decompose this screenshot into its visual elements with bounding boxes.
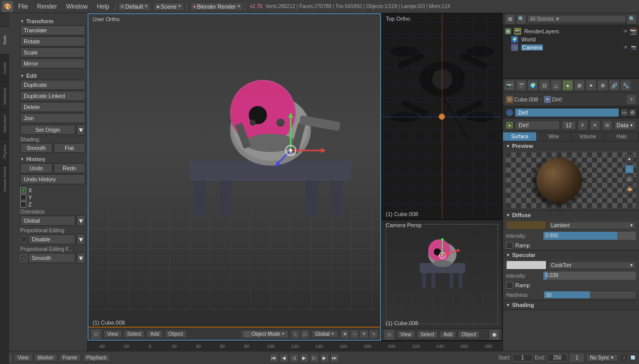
sidebar-tab-relations[interactable]: Relations [0, 82, 9, 110]
no-sync-select[interactable]: No Sync ▼ [586, 354, 618, 361]
prev-keyframe-btn[interactable]: ◁ [290, 353, 299, 362]
mat-data-select[interactable]: Data ▼ [614, 121, 636, 130]
join-button[interactable]: Join [20, 113, 85, 123]
prev-sphere-icon[interactable]: ● [625, 154, 634, 164]
mode-display[interactable]: Default [125, 4, 143, 10]
toolbar-object[interactable]: Object [165, 330, 187, 338]
edit-section-header[interactable]: ▼ Edit [20, 72, 85, 80]
spec-intensity-slider[interactable]: 0.039 [543, 272, 636, 280]
outliner-search[interactable]: 🔍 [627, 14, 637, 24]
timeline-playback[interactable]: Playback [83, 354, 111, 361]
set-origin-expand[interactable]: ▼ [76, 124, 85, 135]
duplicate-button[interactable]: Duplicate [20, 80, 85, 90]
delete-button[interactable]: Delete [20, 102, 85, 112]
object-mode-select[interactable]: Object Mode ▼ [241, 330, 289, 338]
prop-icon-particles[interactable]: ✦ [585, 80, 597, 91]
surface-tab-wire[interactable]: Wire [537, 132, 571, 141]
next-keyframe-btn[interactable]: ▷ [310, 353, 319, 362]
prop-icon-material[interactable]: ● [562, 80, 573, 91]
br-toolbar-object[interactable]: Object [458, 331, 480, 338]
history-section-header[interactable]: ▼ History [20, 155, 85, 163]
mirror-button[interactable]: Mirror [20, 59, 85, 69]
material-minus[interactable]: — [621, 109, 628, 116]
redo-button[interactable]: Redo [54, 163, 86, 173]
prop-editing-expand[interactable]: ▼ [76, 234, 85, 245]
prev-cube-icon[interactable]: ⊡ [625, 175, 634, 184]
prop-icon-scene[interactable]: 🎬 [516, 80, 527, 91]
mat-copy-btn[interactable]: ⧉ [602, 120, 612, 130]
shading-section-header[interactable]: ▼ Shading [503, 300, 639, 309]
flat-button[interactable]: Flat [54, 143, 86, 153]
prop-icon-modifiers[interactable]: 🔧 [620, 80, 631, 91]
prop-icon-constraints[interactable]: 🔗 [609, 80, 620, 91]
prop-editing-value[interactable]: Disable [28, 234, 75, 244]
renderlayers-vis[interactable]: 👁 [622, 28, 629, 35]
prop-falloff-value[interactable]: Smooth [28, 253, 75, 263]
toolbar-view[interactable]: View [104, 330, 122, 338]
vp-icon-2[interactable]: □ [300, 330, 309, 339]
outliner-icon-2[interactable]: 🔍 [516, 14, 526, 24]
surface-tab-volume[interactable]: Volume [571, 132, 605, 141]
engine-display[interactable]: Blender Render [197, 4, 236, 10]
viewport-mode-icon[interactable]: ⊡ [90, 329, 102, 340]
snap-icon[interactable]: ⊕ [340, 330, 349, 339]
transform-section-header[interactable]: ▼ Transform [20, 17, 85, 25]
orientation-expand[interactable]: ▼ [76, 215, 85, 226]
camera-render[interactable]: 📷 [630, 44, 637, 51]
menu-help[interactable]: Help [93, 2, 113, 11]
prop-icon-texture[interactable]: ⊞ [574, 80, 585, 91]
translate-button[interactable]: Translate [20, 25, 85, 35]
timeline-view[interactable]: View [14, 354, 32, 361]
bottomright-viewport[interactable]: Camera Persp (1) Cube.008 ⊡ View Select … [381, 220, 503, 341]
toolbar-select[interactable]: Select [124, 330, 145, 338]
prop-icon-physics[interactable]: ⚙ [597, 80, 608, 91]
surface-tab-surface[interactable]: Surface [503, 132, 537, 141]
main-viewport[interactable]: User Ortho (1) Cube.008 ⊡ View Select Ad… [87, 13, 381, 341]
orientation-value[interactable]: Global [20, 216, 75, 226]
prop-icon-render[interactable]: 📷 [504, 80, 515, 91]
bc-add-btn[interactable]: + [627, 95, 636, 104]
play-btn[interactable]: ▶ [300, 353, 309, 362]
prop-icon-mesh[interactable]: △ [551, 80, 562, 91]
last-frame-btn[interactable]: ⏭ [330, 353, 339, 362]
sidebar-tab-grease[interactable]: Grease Pencil [0, 165, 9, 193]
rotate-button[interactable]: Rotate [20, 36, 85, 46]
mat-data-name[interactable]: Dirt! [515, 121, 560, 130]
prev-plane-icon[interactable]: □ [625, 165, 634, 174]
end-frame-input[interactable]: 250 [547, 354, 567, 361]
br-toolbar-view[interactable]: View [397, 331, 415, 338]
diffuse-shader-select[interactable]: Lambert ▼ [549, 222, 636, 229]
first-frame-btn[interactable]: ⏮ [269, 353, 279, 362]
timeline-frame[interactable]: Frame [59, 354, 81, 361]
prev-frame-btn[interactable]: ◀ [280, 353, 289, 362]
scale-icon[interactable]: ⤡ [369, 330, 378, 339]
prop-icon-object[interactable]: ⊡ [539, 80, 550, 91]
preview-section-header[interactable]: ▼ Preview [503, 141, 639, 150]
toolbar-add[interactable]: Add [147, 330, 163, 338]
axis-y-checkbox[interactable] [20, 194, 26, 200]
current-frame-display[interactable]: 1 [569, 353, 584, 363]
undo-button[interactable]: Undo [20, 163, 53, 173]
br-icon-right[interactable]: ◉ [489, 329, 500, 340]
diffuse-color-picker[interactable] [506, 221, 546, 230]
mat-f-btn[interactable]: F [578, 120, 588, 130]
menu-window[interactable]: Window [62, 2, 92, 11]
material-name-field[interactable]: Dirt! [515, 109, 619, 117]
hardness-slider[interactable]: 50 [543, 291, 636, 299]
specular-color-picker[interactable] [506, 261, 546, 270]
surface-tab-halo[interactable]: Halo [605, 132, 639, 141]
undo-history-button[interactable]: Undo History [20, 174, 85, 184]
global-select[interactable]: Global ▼ [311, 330, 338, 338]
scene-display[interactable]: Scene [161, 4, 176, 10]
prev-monkey-icon[interactable]: 🐵 [625, 185, 634, 194]
scale-button[interactable]: Scale [20, 47, 85, 58]
spec-ramp-checkbox[interactable] [506, 282, 513, 289]
audio-icon[interactable]: ♪ [620, 354, 628, 362]
mat-x-btn[interactable]: ✕ [590, 120, 600, 130]
br-toolbar-add[interactable]: Add [440, 331, 456, 338]
specular-shader-select[interactable]: CookTorr ▼ [549, 262, 636, 269]
sidebar-tab-create[interactable]: Create [0, 54, 9, 82]
outliner-icon-1[interactable]: ⊞ [505, 14, 515, 24]
sync-icon[interactable]: 🔄 [629, 354, 637, 362]
menu-file[interactable]: File [14, 2, 32, 11]
